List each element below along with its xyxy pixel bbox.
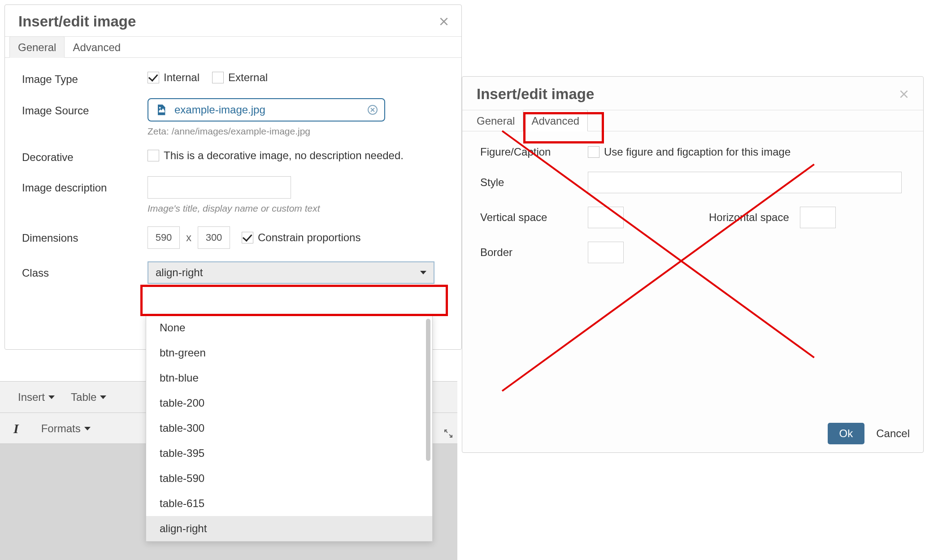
border-label: Border <box>480 246 588 259</box>
class-option[interactable]: None <box>146 315 432 340</box>
class-option[interactable]: table-590 <box>146 466 432 491</box>
image-type-external[interactable]: External <box>212 71 268 84</box>
class-option[interactable]: align-right <box>146 516 432 541</box>
dialog-tabs: General Advanced <box>5 36 461 58</box>
dimension-height-input[interactable] <box>198 226 230 249</box>
image-source-label: Image Source <box>22 98 148 117</box>
ok-button[interactable]: Ok <box>828 423 865 444</box>
checkbox-icon <box>148 150 159 161</box>
image-type-internal[interactable]: Internal <box>148 71 200 84</box>
scrollbar-thumb[interactable] <box>426 319 430 461</box>
toolbar-table[interactable]: Table <box>71 391 106 404</box>
caret-down-icon <box>100 395 106 399</box>
checkbox-label: Internal <box>164 71 200 84</box>
dialog-title: Insert/edit image <box>477 86 594 103</box>
class-select-value: align-right <box>156 266 203 279</box>
class-option[interactable]: btn-blue <box>146 365 432 391</box>
style-input[interactable] <box>588 172 902 193</box>
dimension-separator: x <box>186 231 191 244</box>
toolbar-table-label: Table <box>71 391 96 404</box>
class-label: Class <box>22 261 148 279</box>
image-description-hint: Image's title, display name or custom te… <box>148 203 446 214</box>
vertical-space-label: Vertical space <box>480 211 588 224</box>
class-select[interactable]: align-right <box>148 261 434 284</box>
cancel-button[interactable]: Cancel <box>876 427 910 440</box>
tab-advanced[interactable]: Advanced <box>523 110 588 131</box>
checkbox-icon <box>212 72 224 83</box>
tab-advanced[interactable]: Advanced <box>65 37 129 57</box>
caret-down-icon <box>84 427 91 430</box>
dialog-title: Insert/edit image <box>18 13 136 30</box>
tab-label: General <box>477 115 515 127</box>
class-dropdown: None btn-green btn-blue table-200 table-… <box>146 315 433 542</box>
caret-down-icon <box>420 271 426 274</box>
tab-label: General <box>18 41 56 53</box>
class-option[interactable]: table-200 <box>146 391 432 416</box>
checkbox-checked-icon <box>242 232 253 243</box>
checkbox-label: Constrain proportions <box>258 231 360 244</box>
toolbar-insert[interactable]: Insert <box>18 391 55 404</box>
decorative-label: Decorative <box>22 149 148 164</box>
caret-down-icon <box>48 395 55 399</box>
dropdown-scrollbar[interactable] <box>426 319 430 538</box>
decorative-checkbox[interactable]: This is a decorative image, no descripti… <box>148 149 404 162</box>
cancel-button-label: Cancel <box>876 427 910 439</box>
figure-caption-label: Figure/Caption <box>480 146 588 158</box>
checkbox-icon <box>588 146 599 158</box>
style-label: Style <box>480 176 588 189</box>
dialog-tabs: General Advanced <box>462 110 923 131</box>
insert-edit-image-dialog-general: Insert/edit image General Advanced Image… <box>4 4 462 350</box>
ok-button-label: Ok <box>839 427 853 439</box>
svg-point-0 <box>159 107 161 109</box>
checkbox-label: Use figure and figcaption for this image <box>604 146 790 158</box>
image-source-filename: example-image.jpg <box>174 104 265 116</box>
image-type-label: Image Type <box>22 71 148 86</box>
image-file-icon <box>155 104 167 116</box>
fullscreen-icon[interactable] <box>443 428 454 442</box>
dimensions-label: Dimensions <box>22 226 148 244</box>
checkbox-label: This is a decorative image, no descripti… <box>164 149 404 162</box>
dimension-width-input[interactable] <box>148 226 180 249</box>
checkbox-label: External <box>228 71 268 84</box>
image-description-label: Image description <box>22 176 148 194</box>
class-option[interactable]: table-395 <box>146 441 432 466</box>
tab-general[interactable]: General <box>469 110 523 131</box>
horizontal-space-label: Horizontal space <box>709 211 789 224</box>
class-option[interactable]: table-615 <box>146 491 432 516</box>
image-description-input[interactable] <box>148 176 291 199</box>
italic-icon[interactable]: I <box>13 421 19 436</box>
close-icon[interactable] <box>898 88 910 100</box>
clear-source-icon[interactable] <box>367 104 378 115</box>
toolbar-insert-label: Insert <box>18 391 45 404</box>
class-option[interactable]: table-300 <box>146 416 432 441</box>
constrain-proportions-checkbox[interactable]: Constrain proportions <box>242 231 360 244</box>
tab-general[interactable]: General <box>9 36 65 58</box>
vertical-space-input[interactable] <box>588 207 624 228</box>
insert-edit-image-dialog-advanced: Insert/edit image General Advanced Figur… <box>462 76 924 453</box>
toolbar-formats-label: Formats <box>41 422 81 435</box>
close-icon[interactable] <box>438 16 450 27</box>
tab-label: Advanced <box>73 41 121 53</box>
toolbar-formats[interactable]: Formats <box>41 422 91 435</box>
tab-label: Advanced <box>531 115 579 127</box>
horizontal-space-input[interactable] <box>800 207 836 228</box>
border-input[interactable] <box>588 242 624 263</box>
checkbox-checked-icon <box>148 72 159 83</box>
figure-caption-checkbox[interactable]: Use figure and figcaption for this image <box>588 146 790 158</box>
image-source-path-hint: Zeta: /anne/images/example-image.jpg <box>148 126 446 137</box>
class-option[interactable]: btn-green <box>146 340 432 365</box>
image-source-chip[interactable]: example-image.jpg <box>148 98 385 122</box>
